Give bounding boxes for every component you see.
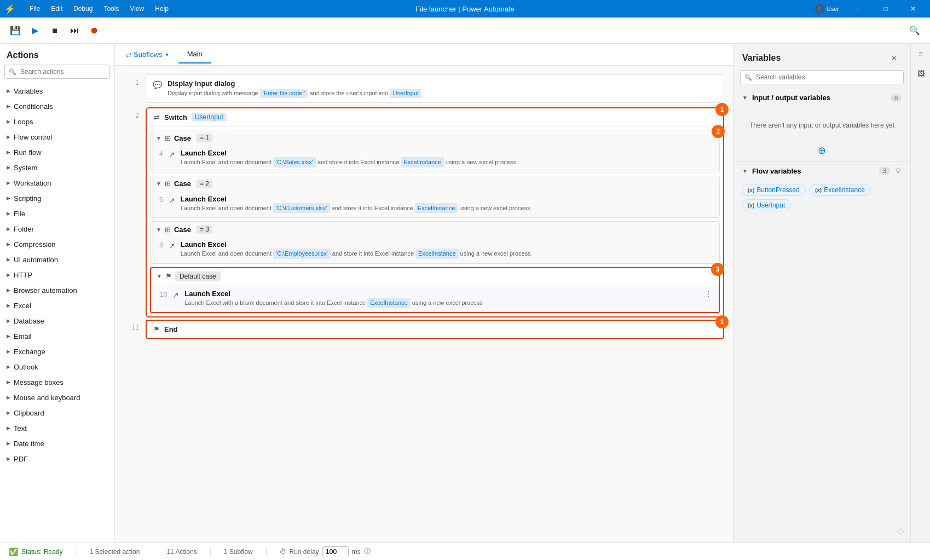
category-run-flow[interactable]: ▶ Run flow (0, 145, 114, 160)
flow-section-title: Flow variables (752, 167, 875, 175)
io-empty-text: There aren't any input or output variabl… (742, 111, 902, 140)
case-1-step[interactable]: 4 ↗ Launch Excel Launch Excel and open d… (151, 146, 719, 172)
flow-filter-button[interactable]: ▽ (894, 166, 902, 176)
case-2-header[interactable]: ▼ ⊞ Case = 2 (151, 176, 719, 192)
var-chip-button-pressed[interactable]: (x) ButtonPressed (742, 184, 806, 196)
run-delay-box: ⏱ Run delay ms ⓘ (280, 546, 371, 557)
case-3-step[interactable]: 8 ↗ Launch Excel Launch Excel and open d… (151, 237, 719, 263)
io-section-header[interactable]: ▼ Input / output variables 0 (733, 89, 910, 106)
titlebar-menu: File Edit Debug Tools View Help (24, 0, 174, 18)
stop-button[interactable]: ■ (46, 22, 63, 39)
category-mouse-keyboard[interactable]: ▶ Mouse and keyboard (0, 390, 114, 405)
badge-circle-2: 2 (712, 125, 725, 138)
menu-help[interactable]: Help (149, 0, 174, 18)
step-display-input[interactable]: 💬 Display input dialog Display input dia… (146, 74, 724, 103)
save-button[interactable]: 💾 (7, 22, 24, 39)
switch-header[interactable]: ⇄ Switch UserInput (147, 108, 723, 126)
end-icon: ⚑ (153, 325, 160, 333)
category-ui-automation[interactable]: ▶ UI automation (0, 252, 114, 267)
category-exchange[interactable]: ▶ Exchange (0, 344, 114, 359)
category-email[interactable]: ▶ Email (0, 328, 114, 344)
variables-bottom: ◇ (733, 215, 910, 542)
maximize-button[interactable]: □ (873, 0, 898, 18)
case-expand-icon: ▼ (156, 135, 161, 141)
category-compression[interactable]: ▶ Compression (0, 236, 114, 252)
layers-icon-button[interactable]: ≡ (911, 44, 930, 63)
run-button[interactable]: ▶ (26, 22, 44, 39)
category-outlook[interactable]: ▶ Outlook (0, 359, 114, 374)
window-controls: 👤 User ─ □ ✕ (815, 0, 926, 18)
menu-file[interactable]: File (24, 0, 45, 18)
category-loops[interactable]: ▶ Loops (0, 114, 114, 129)
default-case-icon: ⚑ (165, 272, 172, 280)
category-database[interactable]: ▶ Database (0, 313, 114, 328)
category-pdf[interactable]: ▶ PDF (0, 451, 114, 466)
default-case-container: 3 ▼ ⚑ Default case 10 ↗ Launch Excel (150, 267, 720, 314)
var-chip-user-input[interactable]: (x) UserInput (742, 199, 791, 211)
category-variables[interactable]: ▶ Variables (0, 83, 114, 99)
category-system[interactable]: ▶ System (0, 160, 114, 175)
category-message-boxes[interactable]: ▶ Message boxes (0, 374, 114, 390)
delay-stepper (322, 546, 349, 557)
minimize-button[interactable]: ─ (846, 0, 871, 18)
variables-search-wrapper: 🔍 (733, 70, 910, 89)
menu-tools[interactable]: Tools (98, 0, 124, 18)
status-divider-3 (210, 547, 211, 556)
launch-excel-icon-2: ↗ (169, 195, 175, 205)
io-chevron-icon: ▼ (742, 95, 748, 101)
actions-search-input[interactable] (4, 65, 110, 79)
close-button[interactable]: ✕ (900, 0, 926, 18)
default-step-title: Launch Excel (184, 290, 699, 298)
chevron-icon: ▶ (7, 241, 10, 247)
menu-debug[interactable]: Debug (68, 0, 98, 18)
flow-row-1: 1 💬 Display input dialog Display input d… (124, 74, 724, 105)
case-1-header[interactable]: ▼ ⊞ Case = 1 (151, 130, 719, 146)
category-conditionals[interactable]: ▶ Conditionals (0, 99, 114, 114)
category-workstation[interactable]: ▶ Workstation (0, 175, 114, 190)
switch-outer-row: 2 1 ⇄ Switch UserInput 2 ▼ (124, 107, 724, 317)
category-file[interactable]: ▶ File (0, 206, 114, 221)
flow-count-badge: 3 (879, 167, 890, 175)
category-datetime[interactable]: ▶ Date time (0, 436, 114, 451)
category-flow-control[interactable]: ▶ Flow control (0, 129, 114, 145)
category-scripting[interactable]: ▶ Scripting (0, 190, 114, 206)
record-button[interactable]: ⏺ (85, 22, 103, 39)
chevron-icon: ▶ (7, 257, 10, 262)
case-2-step[interactable]: 6 ↗ Launch Excel Launch Excel and open d… (151, 192, 719, 218)
step-button[interactable]: ⏭ (66, 22, 83, 39)
search-button[interactable]: 🔍 (906, 22, 923, 39)
var-chip-excel-instance[interactable]: (x) ExcelInstance (809, 184, 871, 196)
menu-edit[interactable]: Edit (45, 0, 68, 18)
menu-view[interactable]: View (124, 0, 149, 18)
case-3-header[interactable]: ▼ ⊞ Case = 3 (151, 222, 719, 237)
category-folder[interactable]: ▶ Folder (0, 221, 114, 236)
category-http[interactable]: ▶ HTTP (0, 267, 114, 282)
default-case-header[interactable]: ▼ ⚑ Default case (151, 268, 719, 285)
flow-section-header[interactable]: ▼ Flow variables 3 ▽ (733, 161, 910, 180)
switch-value-badge: UserInput (192, 113, 227, 122)
step-1-highlight2: UserInput (390, 89, 421, 98)
chevron-icon: ▶ (7, 103, 10, 109)
variables-close-button[interactable]: ✕ (886, 50, 902, 66)
end-step[interactable]: ⚑ End (147, 321, 723, 338)
category-excel[interactable]: ▶ Excel (0, 298, 114, 313)
default-case-step[interactable]: 10 ↗ Launch Excel Launch Excel with a bl… (151, 285, 719, 313)
category-text[interactable]: ▶ Text (0, 420, 114, 436)
chevron-icon: ▶ (7, 349, 10, 354)
tab-main[interactable]: Main (178, 45, 211, 63)
canvas-content: 1 💬 Display input dialog Display input d… (115, 66, 733, 542)
variables-search-input[interactable] (740, 70, 904, 84)
case-3-step-desc: Launch Excel and open document 'C:\Emplo… (181, 249, 531, 259)
case-3-container: ▼ ⊞ Case = 3 8 ↗ Launch Excel Launch E (150, 221, 720, 264)
category-browser-automation[interactable]: ▶ Browser automation (0, 282, 114, 298)
default-step-content: Launch Excel Launch Excel with a blank d… (184, 290, 699, 308)
image-icon-button[interactable]: 🖼 (911, 63, 930, 83)
subflows-button[interactable]: ⇄ Subflows ▼ (122, 48, 174, 61)
add-io-variable-button[interactable]: ⊕ (742, 145, 902, 157)
category-clipboard[interactable]: ▶ Clipboard (0, 405, 114, 420)
step-1-content: Display input dialog Display input dialo… (167, 79, 717, 98)
case-3-step-num: 8 (159, 240, 163, 249)
chevron-icon: ▶ (7, 211, 10, 216)
delay-input[interactable] (322, 546, 349, 557)
more-options-icon[interactable]: ⋮ (704, 290, 712, 298)
